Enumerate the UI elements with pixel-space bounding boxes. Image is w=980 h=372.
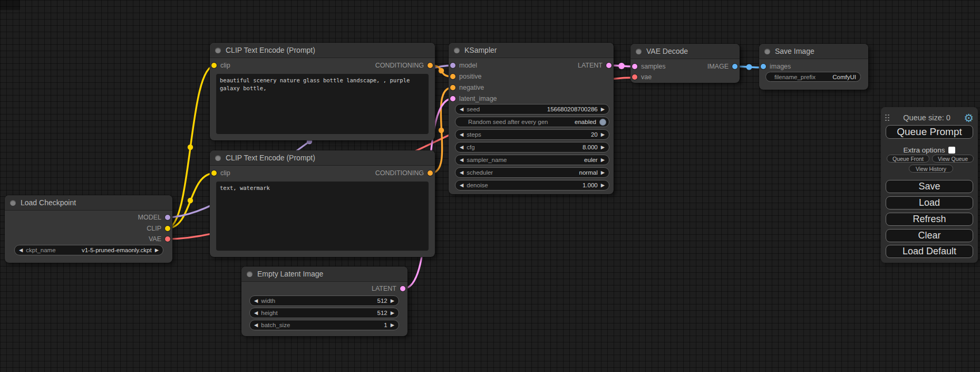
decrement-arrow-icon[interactable]: ◀ xyxy=(254,310,258,316)
output-port-latent: LATENT xyxy=(578,61,612,70)
node-clip-text-encode-positive[interactable]: CLIP Text Encode (Prompt) clip CONDITION… xyxy=(210,43,435,140)
widget-sampler-name[interactable]: ◀ sampler_name euler ▶ xyxy=(455,155,609,165)
output-port-image: IMAGE xyxy=(707,62,738,71)
node-title: Save Image xyxy=(775,47,814,55)
output-port-latent: LATENT xyxy=(372,284,405,293)
decrement-arrow-icon[interactable]: ◀ xyxy=(254,298,258,303)
node-ksampler[interactable]: KSampler model positive negative latent_… xyxy=(449,43,614,194)
input-port-images: images xyxy=(761,62,791,71)
port-dot-conditioning[interactable] xyxy=(428,170,433,176)
node-save-image[interactable]: Save Image images filename_prefix ComfyU… xyxy=(759,44,868,90)
positive-prompt-textarea[interactable]: beautiful scenery nature glass bottle la… xyxy=(216,74,429,134)
node-title-bar: Empty Latent Image xyxy=(241,266,407,282)
input-port-clip: clip xyxy=(211,61,230,70)
port-dot-clip[interactable] xyxy=(165,226,170,231)
widget-steps[interactable]: ◀ steps 20 ▶ xyxy=(455,129,609,140)
node-load-checkpoint[interactable]: Load Checkpoint MODEL CLIP VAE ◀ ckpt_na… xyxy=(5,195,172,263)
refresh-button[interactable]: Refresh xyxy=(886,213,973,226)
queue-size-label: Queue size: 0 xyxy=(890,113,964,122)
view-history-button[interactable]: View History xyxy=(909,165,953,173)
port-dot-vae[interactable] xyxy=(165,236,170,242)
node-empty-latent-image[interactable]: Empty Latent Image LATENT ◀ width 512 ▶ … xyxy=(241,266,407,336)
clear-button[interactable]: Clear xyxy=(886,229,973,242)
port-dot-latent[interactable] xyxy=(606,63,612,68)
node-graph-canvas[interactable]: Load Checkpoint MODEL CLIP VAE ◀ ckpt_na… xyxy=(0,0,980,372)
extra-options-checkbox[interactable] xyxy=(948,147,955,154)
queue-prompt-button[interactable]: Queue Prompt xyxy=(886,125,973,139)
port-dot-clip[interactable] xyxy=(211,63,217,68)
decrement-arrow-icon[interactable]: ◀ xyxy=(460,170,463,175)
port-dot-model[interactable] xyxy=(450,63,455,68)
node-clip-text-encode-negative[interactable]: CLIP Text Encode (Prompt) clip CONDITION… xyxy=(210,150,435,257)
output-port-clip: CLIP xyxy=(147,224,170,233)
queue-front-button[interactable]: Queue Front xyxy=(887,155,929,163)
queue-menu-panel: Queue size: 0 ⚙ Queue Prompt Extra optio… xyxy=(881,107,978,263)
node-title: CLIP Text Encode (Prompt) xyxy=(226,46,315,54)
queue-panel-header: Queue size: 0 ⚙ xyxy=(885,111,974,124)
node-title: CLIP Text Encode (Prompt) xyxy=(226,154,315,162)
increment-arrow-icon[interactable]: ▶ xyxy=(391,322,394,328)
increment-arrow-icon[interactable]: ▶ xyxy=(601,157,605,163)
port-dot-image[interactable] xyxy=(732,64,738,69)
increment-arrow-icon[interactable]: ▶ xyxy=(155,247,159,253)
widget-width[interactable]: ◀ width 512 ▶ xyxy=(249,295,399,306)
decrement-arrow-icon[interactable]: ◀ xyxy=(460,157,463,163)
widget-ckpt-name[interactable]: ◀ ckpt_name v1-5-pruned-emaonly.ckpt ▶ xyxy=(14,245,163,255)
widget-denoise[interactable]: ◀ denoise 1.000 ▶ xyxy=(455,180,609,190)
port-dot-image[interactable] xyxy=(761,64,766,69)
port-dot-latent[interactable] xyxy=(400,286,405,291)
port-dot-conditioning[interactable] xyxy=(450,85,455,90)
increment-arrow-icon[interactable]: ▶ xyxy=(601,132,605,137)
port-dot-conditioning[interactable] xyxy=(428,63,433,68)
widget-batch-size[interactable]: ◀ batch_size 1 ▶ xyxy=(249,320,399,330)
increment-arrow-icon[interactable]: ▶ xyxy=(601,170,605,175)
node-status-orb xyxy=(454,47,460,53)
increment-arrow-icon[interactable]: ▶ xyxy=(391,298,394,303)
widget-scheduler[interactable]: ◀ scheduler normal ▶ xyxy=(455,167,609,178)
decrement-arrow-icon[interactable]: ◀ xyxy=(460,107,463,112)
port-dot-vae[interactable] xyxy=(632,74,637,80)
port-dot-conditioning[interactable] xyxy=(450,74,455,79)
extra-options-label: Extra options xyxy=(904,146,945,154)
input-port-vae: vae xyxy=(632,73,652,81)
output-port-model: MODEL xyxy=(138,213,170,222)
decrement-arrow-icon[interactable]: ◀ xyxy=(460,183,463,188)
load-button[interactable]: Load xyxy=(886,196,973,209)
node-status-orb xyxy=(247,271,253,277)
widget-cfg[interactable]: ◀ cfg 8.000 ▶ xyxy=(455,142,609,152)
increment-arrow-icon[interactable]: ▶ xyxy=(601,183,605,188)
input-port-latent-image: latent_image xyxy=(450,94,497,103)
node-status-orb xyxy=(636,49,642,54)
widget-seed[interactable]: ◀ seed 156680208700286 ▶ xyxy=(455,104,609,115)
toggle-dot[interactable] xyxy=(599,119,606,126)
save-button[interactable]: Save xyxy=(886,180,973,193)
decrement-arrow-icon[interactable]: ◀ xyxy=(460,145,463,150)
increment-arrow-icon[interactable]: ▶ xyxy=(601,107,605,112)
input-port-clip: clip xyxy=(211,169,230,177)
widget-random-seed-toggle[interactable]: Random seed after every gen enabled xyxy=(455,117,609,127)
port-dot-latent[interactable] xyxy=(450,96,455,101)
decrement-arrow-icon[interactable]: ◀ xyxy=(254,322,258,328)
increment-arrow-icon[interactable]: ▶ xyxy=(391,310,394,316)
port-dot-clip[interactable] xyxy=(211,170,217,176)
node-vae-decode[interactable]: VAE Decode samples vae IMAGE xyxy=(630,44,740,83)
port-dot-model[interactable] xyxy=(165,215,170,220)
view-queue-button[interactable]: View Queue xyxy=(932,155,974,163)
negative-prompt-textarea[interactable]: text, watermark xyxy=(216,182,429,251)
link-midpoint-dot xyxy=(188,145,193,150)
extra-options-row: Extra options xyxy=(881,145,978,155)
load-default-button[interactable]: Load Default xyxy=(886,245,973,258)
output-port-vae: VAE xyxy=(149,235,170,243)
port-dot-latent[interactable] xyxy=(632,64,637,69)
link-midpoint-dot xyxy=(439,128,444,133)
drag-handle-icon[interactable] xyxy=(885,115,890,121)
decrement-arrow-icon[interactable]: ◀ xyxy=(460,132,463,137)
node-title-bar: VAE Decode xyxy=(630,44,740,59)
node-status-orb xyxy=(10,200,16,206)
decrement-arrow-icon[interactable]: ◀ xyxy=(19,247,23,253)
settings-gear-icon[interactable]: ⚙ xyxy=(964,112,974,123)
output-port-conditioning: CONDITIONING xyxy=(375,61,433,70)
widget-filename-prefix[interactable]: filename_prefix ComfyUI xyxy=(765,72,861,82)
widget-height[interactable]: ◀ height 512 ▶ xyxy=(249,308,399,318)
increment-arrow-icon[interactable]: ▶ xyxy=(601,145,605,150)
